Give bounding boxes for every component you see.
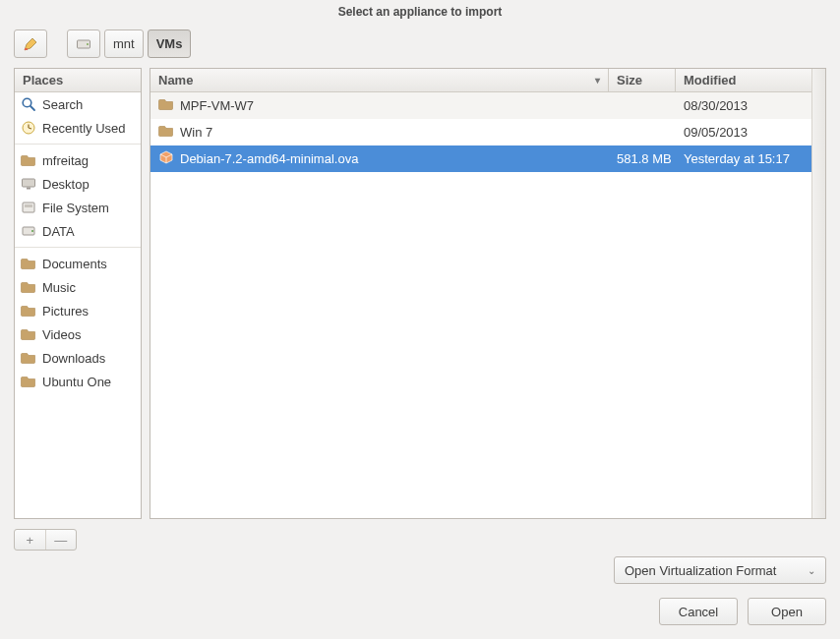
places-separator (15, 144, 141, 145)
folder-icon (21, 374, 36, 389)
window-title: Select an appliance to import (0, 0, 840, 24)
sort-indicator-icon: ▾ (595, 75, 600, 86)
dialog-content: Places SearchRecently UsedmfreitagDeskto… (0, 62, 840, 525)
place-label: Videos (42, 327, 82, 342)
remove-bookmark-button[interactable]: — (45, 530, 77, 550)
svg-rect-12 (25, 204, 32, 207)
place-label: Search (42, 97, 83, 112)
place-downloads[interactable]: Downloads (15, 346, 141, 370)
file-name-cell: MPF-VM-W7 (150, 96, 609, 115)
search-icon (21, 96, 36, 112)
edit-path-button[interactable] (14, 29, 47, 58)
folder-icon (21, 256, 36, 271)
place-data[interactable]: DATA (15, 219, 141, 243)
file-name-cell: Debian-7.2-amd64-minimal.ova (150, 149, 609, 168)
file-name: Debian-7.2-amd64-minimal.ova (180, 151, 358, 166)
file-name-cell: Win 7 (150, 123, 609, 142)
places-separator (15, 247, 141, 248)
place-fs[interactable]: File System (15, 196, 141, 219)
pencil-icon (23, 36, 38, 52)
svg-rect-10 (27, 188, 30, 190)
place-label: Downloads (42, 351, 105, 366)
files-scrollbar[interactable] (811, 69, 825, 518)
disk-icon (21, 200, 36, 215)
clock-icon (21, 120, 36, 136)
places-actions: + — (0, 525, 840, 551)
desktop-icon (21, 176, 36, 192)
add-bookmark-button[interactable]: + (15, 530, 45, 550)
folder-icon (21, 152, 36, 168)
file-type-filter[interactable]: Open Virtualization Format ⌄ (614, 556, 826, 584)
place-search[interactable]: Search (15, 92, 141, 116)
folder-icon (21, 279, 36, 295)
package-icon (158, 149, 174, 168)
svg-rect-1 (25, 48, 28, 50)
file-row[interactable]: MPF-VM-W708/30/2013 (150, 92, 811, 119)
column-name-label: Name (158, 73, 193, 87)
svg-line-5 (30, 106, 34, 110)
place-documents[interactable]: Documents (15, 252, 141, 275)
svg-point-3 (87, 43, 89, 45)
file-row[interactable]: Debian-7.2-amd64-minimal.ova581.8 MBYest… (150, 145, 811, 172)
place-label: DATA (42, 224, 75, 239)
place-label: Music (42, 280, 76, 295)
folder-icon (21, 326, 36, 342)
place-label: Recently Used (42, 121, 126, 136)
place-ubuntuone[interactable]: Ubuntu One (15, 370, 141, 393)
column-size[interactable]: Size (609, 69, 676, 91)
filter-row: Open Virtualization Format ⌄ (0, 551, 840, 584)
column-modified-label: Modified (684, 73, 736, 87)
file-size: 581.8 MB (609, 151, 676, 166)
path-root-drive[interactable] (67, 29, 100, 58)
path-toolbar: mnt VMs (0, 24, 840, 62)
svg-point-14 (31, 230, 33, 232)
file-modified: Yesterday at 15:17 (676, 151, 811, 166)
column-size-label: Size (617, 73, 642, 87)
places-panel: Places SearchRecently UsedmfreitagDeskto… (14, 68, 142, 519)
place-desktop[interactable]: Desktop (15, 172, 141, 196)
add-remove-group: + — (14, 529, 77, 551)
place-label: Desktop (42, 177, 90, 192)
file-modified: 08/30/2013 (676, 98, 811, 113)
places-list: SearchRecently UsedmfreitagDesktopFile S… (15, 92, 141, 518)
place-home[interactable]: mfreitag (15, 148, 141, 172)
import-appliance-dialog: Select an appliance to import mnt VMs Pl… (0, 0, 840, 639)
place-label: Ubuntu One (42, 375, 111, 389)
file-modified: 09/05/2013 (676, 125, 811, 140)
open-button[interactable]: Open (748, 598, 826, 625)
place-pictures[interactable]: Pictures (15, 299, 141, 322)
folder-icon (21, 303, 36, 319)
cancel-button[interactable]: Cancel (659, 598, 738, 625)
place-label: Pictures (42, 304, 89, 319)
places-header: Places (15, 69, 141, 92)
dialog-actions: Cancel Open (0, 584, 840, 639)
file-type-filter-label: Open Virtualization Format (625, 563, 776, 578)
place-label: Documents (42, 257, 107, 271)
file-header: Name ▾ Size Modified (150, 69, 811, 92)
file-name: Win 7 (180, 125, 212, 140)
folder-icon (158, 96, 174, 115)
place-music[interactable]: Music (15, 275, 141, 299)
file-row[interactable]: Win 709/05/2013 (150, 119, 811, 145)
drive-icon (76, 36, 91, 52)
place-videos[interactable]: Videos (15, 322, 141, 346)
place-recent[interactable]: Recently Used (15, 116, 141, 140)
column-name[interactable]: Name ▾ (150, 69, 609, 91)
path-mnt[interactable]: mnt (104, 29, 144, 58)
folder-icon (158, 123, 174, 142)
file-name: MPF-VM-W7 (180, 98, 254, 113)
path-vms[interactable]: VMs (148, 29, 192, 58)
hdd-icon (21, 223, 36, 239)
folder-icon (21, 350, 36, 366)
place-label: mfreitag (42, 153, 89, 168)
svg-rect-9 (23, 179, 35, 187)
chevron-down-icon: ⌄ (808, 565, 815, 576)
place-label: File System (42, 201, 109, 215)
column-modified[interactable]: Modified (676, 69, 811, 91)
files-scroll: Name ▾ Size Modified MPF-VM-W708/30/2013… (150, 69, 811, 518)
file-list: MPF-VM-W708/30/2013Win 709/05/2013Debian… (150, 92, 811, 518)
files-panel: Name ▾ Size Modified MPF-VM-W708/30/2013… (150, 68, 826, 519)
